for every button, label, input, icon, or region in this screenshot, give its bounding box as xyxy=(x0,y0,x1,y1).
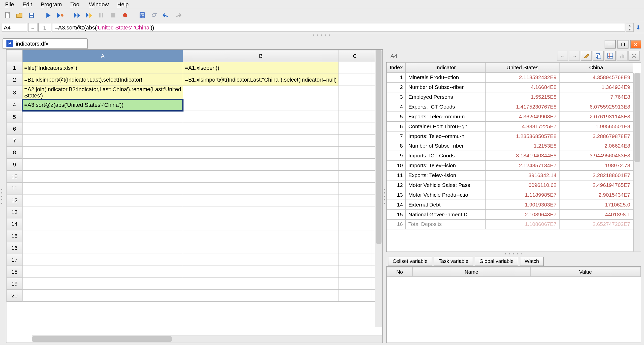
copy-icon[interactable] xyxy=(593,51,604,61)
row-header[interactable]: 15 xyxy=(7,230,22,242)
row-header[interactable]: 9 xyxy=(7,159,22,170)
table-row[interactable]: 7Imports: Telec--ommu-n1.2353685057E83.2… xyxy=(387,131,633,141)
menu-file[interactable]: File xyxy=(2,0,17,8)
table-row[interactable]: 10Imports: Telev--ision2.124857134E71989… xyxy=(387,161,633,170)
cell-empty[interactable] xyxy=(371,206,375,218)
row-header[interactable]: 20 xyxy=(7,290,22,301)
row-header[interactable]: 13 xyxy=(7,206,22,218)
cell-A17[interactable] xyxy=(22,254,183,266)
col-header-a[interactable]: A xyxy=(22,50,183,62)
new-file-icon[interactable] xyxy=(3,10,13,20)
row-header[interactable]: 3 xyxy=(7,86,22,99)
cell-C7[interactable] xyxy=(339,135,371,147)
col-index[interactable]: Index xyxy=(387,63,405,73)
row-header[interactable]: 6 xyxy=(7,123,22,135)
cell-empty[interactable] xyxy=(371,266,375,278)
pause-icon[interactable] xyxy=(96,10,107,20)
table-row[interactable]: 2Number of Subsc--riber4.16684E81.364934… xyxy=(387,82,633,92)
cell-A7[interactable] xyxy=(22,135,183,147)
cell-C6[interactable] xyxy=(339,123,371,135)
cell-C18[interactable] xyxy=(339,266,371,278)
step-into-icon[interactable] xyxy=(84,10,95,20)
document-tab[interactable]: P indicators.dfx xyxy=(3,38,88,49)
left-splitter[interactable]: ●●●●● xyxy=(0,49,4,345)
chevron-down-icon[interactable]: ▼ xyxy=(626,27,633,31)
cell-C5[interactable] xyxy=(339,111,371,123)
cell-C14[interactable] xyxy=(339,218,371,230)
cell-B13[interactable] xyxy=(183,206,339,218)
cell-C10[interactable] xyxy=(339,170,371,182)
row-header[interactable]: 10 xyxy=(7,170,22,182)
cell-B19[interactable] xyxy=(183,278,339,290)
cell-empty[interactable] xyxy=(371,159,375,170)
tab-watch[interactable]: Watch xyxy=(520,257,544,266)
expand-formula-icon[interactable]: ⬇ xyxy=(634,23,642,32)
select-all-corner[interactable] xyxy=(7,50,22,62)
cell-B18[interactable] xyxy=(183,266,339,278)
cell-empty[interactable] xyxy=(371,111,375,123)
formula-input[interactable]: =A3.sort@z(abs('United States'-'China')) xyxy=(52,23,625,32)
cell-B9[interactable] xyxy=(183,159,339,170)
table-row[interactable]: 4Exports: ICT Goods1.4175230767E86.07559… xyxy=(387,102,633,112)
cell-A14[interactable] xyxy=(22,218,183,230)
menu-tool[interactable]: Tool xyxy=(67,0,84,8)
cell-A6[interactable] xyxy=(22,123,183,135)
cell-C12[interactable] xyxy=(339,194,371,206)
calculate-icon[interactable] xyxy=(137,10,147,20)
cell-empty[interactable] xyxy=(371,147,375,158)
result-table[interactable]: Index Indicator United States China 1Min… xyxy=(387,62,633,229)
cell-A5[interactable] xyxy=(22,111,183,123)
row-header[interactable]: 5 xyxy=(7,111,22,123)
table-row[interactable]: 11Exports: Telev--ision3916342.142.28218… xyxy=(387,170,633,180)
cell-C19[interactable] xyxy=(339,278,371,290)
cell-B1[interactable]: =A1.xlsopen() xyxy=(183,62,339,74)
cell-C11[interactable] xyxy=(339,182,371,194)
cell-empty[interactable] xyxy=(371,230,375,242)
cell-C9[interactable] xyxy=(339,159,371,170)
nav-forward-icon[interactable]: → xyxy=(569,51,580,61)
cell-B6[interactable] xyxy=(183,123,339,135)
right-horizontal-splitter[interactable]: ● ● ● ● ● xyxy=(386,252,641,255)
table-row[interactable]: 12Motor Vehicle Sales: Pass6096110.622.4… xyxy=(387,180,633,190)
cell-B7[interactable] xyxy=(183,135,339,147)
cell-A18[interactable] xyxy=(22,266,183,278)
cell-B15[interactable] xyxy=(183,230,339,242)
clear-icon[interactable] xyxy=(149,10,159,20)
cell-A12[interactable] xyxy=(22,194,183,206)
cell-B11[interactable] xyxy=(183,182,339,194)
var-col-name[interactable]: Name xyxy=(412,267,531,276)
run-icon[interactable] xyxy=(43,10,54,20)
settings-icon[interactable] xyxy=(628,51,639,61)
cell-empty[interactable] xyxy=(371,99,375,111)
col-china[interactable]: China xyxy=(559,63,633,73)
edit-icon[interactable] xyxy=(581,51,592,61)
cell-empty[interactable] xyxy=(371,242,375,254)
cell-B17[interactable] xyxy=(183,254,339,266)
cell-A15[interactable] xyxy=(22,230,183,242)
close-button[interactable]: ✕ xyxy=(630,40,641,49)
open-icon[interactable] xyxy=(14,10,25,20)
row-header[interactable]: 16 xyxy=(7,242,22,254)
cell-empty[interactable] xyxy=(371,74,375,86)
row-header[interactable]: 14 xyxy=(7,218,22,230)
cell-B10[interactable] xyxy=(183,170,339,182)
col-indicator[interactable]: Indicator xyxy=(406,63,486,73)
cell-A19[interactable] xyxy=(22,278,183,290)
table-row[interactable]: 15National Gover--nment D2.1089643E74401… xyxy=(387,210,633,219)
redo-icon[interactable] xyxy=(173,10,183,20)
cell-A13[interactable] xyxy=(22,206,183,218)
col-us[interactable]: United States xyxy=(486,63,559,73)
menu-help[interactable]: Help xyxy=(114,0,132,8)
chevron-up-icon[interactable]: ▲ xyxy=(626,23,633,27)
table-row[interactable]: 9Imports: ICT Goods3.1841940344E83.94495… xyxy=(387,151,633,161)
cell-B8[interactable] xyxy=(183,147,339,158)
minimize-button[interactable]: — xyxy=(605,40,616,49)
chart-icon[interactable] xyxy=(617,51,628,61)
col-header-c[interactable]: C xyxy=(339,50,371,62)
cell-empty[interactable] xyxy=(371,135,375,147)
cell-A20[interactable] xyxy=(22,290,183,301)
cell-B4[interactable] xyxy=(183,99,339,111)
cell-B16[interactable] xyxy=(183,242,339,254)
menu-window[interactable]: Window xyxy=(86,0,112,8)
cell-B5[interactable] xyxy=(183,111,339,123)
